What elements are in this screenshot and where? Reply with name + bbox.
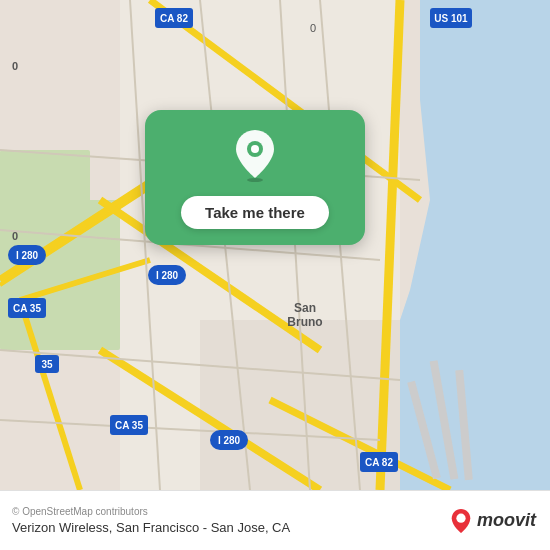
svg-text:CA 35: CA 35	[13, 303, 41, 314]
svg-text:CA 35: CA 35	[115, 420, 143, 431]
svg-text:San: San	[294, 301, 316, 315]
svg-text:0: 0	[12, 60, 18, 72]
moovit-pin-icon	[450, 508, 472, 534]
svg-point-52	[456, 513, 465, 522]
svg-text:US 101: US 101	[434, 13, 468, 24]
bottom-info: © OpenStreetMap contributors Verizon Wir…	[12, 506, 290, 535]
svg-text:CA 82: CA 82	[365, 457, 393, 468]
svg-point-49	[247, 178, 263, 182]
location-title: Verizon Wireless, San Francisco - San Jo…	[12, 520, 290, 535]
moovit-logo: moovit	[450, 508, 536, 534]
svg-point-51	[251, 145, 259, 153]
svg-text:0: 0	[12, 230, 18, 242]
svg-text:Bruno: Bruno	[287, 315, 322, 329]
svg-text:I 280: I 280	[16, 250, 39, 261]
svg-text:I 280: I 280	[156, 270, 179, 281]
copyright-text: © OpenStreetMap contributors	[12, 506, 290, 517]
svg-rect-3	[0, 150, 90, 230]
bottom-bar: © OpenStreetMap contributors Verizon Wir…	[0, 490, 550, 550]
moovit-brand-text: moovit	[477, 510, 536, 531]
svg-text:I 280: I 280	[218, 435, 241, 446]
map-container: US 101 CA 82 I 280 I 280 I 280 CA 35 CA …	[0, 0, 550, 490]
action-card[interactable]: Take me there	[145, 110, 365, 245]
svg-text:0: 0	[310, 22, 316, 34]
svg-text:35: 35	[41, 359, 53, 370]
take-me-there-button[interactable]: Take me there	[181, 196, 329, 229]
location-pin-icon	[231, 128, 279, 186]
map-background: US 101 CA 82 I 280 I 280 I 280 CA 35 CA …	[0, 0, 550, 490]
svg-text:CA 82: CA 82	[160, 13, 188, 24]
